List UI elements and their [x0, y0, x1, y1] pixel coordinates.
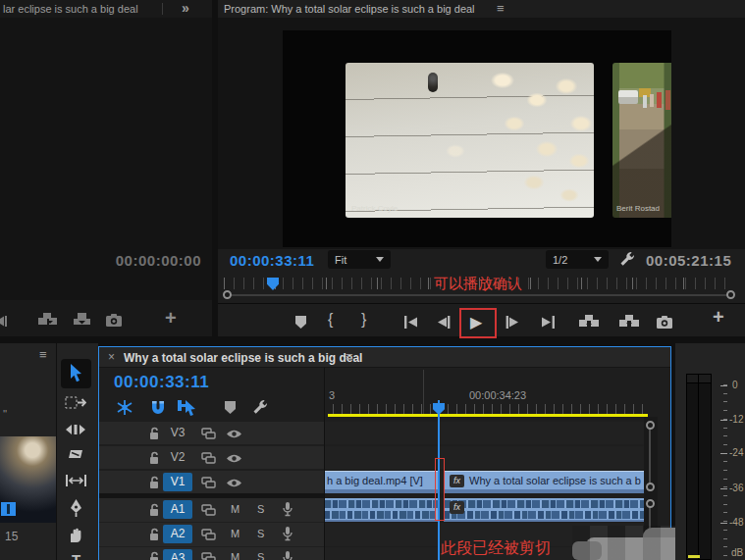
- chevron-down-icon: [594, 257, 602, 262]
- type-tool[interactable]: T: [72, 551, 80, 560]
- snap-magnet-icon[interactable]: [149, 399, 167, 416]
- track-lock-icon[interactable]: [148, 551, 160, 560]
- go-to-out-icon[interactable]: [0, 315, 10, 328]
- program-current-timecode[interactable]: 00:00:33:11: [230, 252, 314, 269]
- track-badge-a3[interactable]: A3: [163, 549, 192, 560]
- program-tab[interactable]: Program: Why a total solar eclipse is su…: [224, 3, 475, 15]
- timeline-settings-wrench-icon[interactable]: [251, 398, 269, 416]
- timeline-marker-icon[interactable]: [224, 400, 237, 415]
- hand-tool[interactable]: [68, 526, 84, 543]
- pen-tool[interactable]: [68, 498, 84, 517]
- track-sync-lock-icon[interactable]: [201, 503, 216, 517]
- annotation-cut-segment: 此段已经被剪切: [441, 538, 551, 559]
- meter-scale-label: 0: [732, 380, 738, 390]
- add-button[interactable]: +: [713, 306, 724, 329]
- scrollbar-handle[interactable]: [646, 499, 655, 508]
- program-menu-icon[interactable]: ≡: [497, 1, 505, 16]
- playback-resolution-dropdown[interactable]: 1/2: [546, 250, 609, 269]
- work-area-bar[interactable]: [328, 414, 648, 417]
- fx-badge: fx: [450, 501, 464, 514]
- track-badge-a1[interactable]: A1: [163, 500, 192, 519]
- program-scrollbar[interactable]: [228, 294, 730, 296]
- ripple-edit-tool[interactable]: [65, 423, 86, 436]
- voiceover-mic-icon[interactable]: [282, 526, 293, 542]
- slip-tool[interactable]: [65, 474, 87, 487]
- meter-columns[interactable]: [686, 383, 712, 560]
- track-sync-lock-icon[interactable]: [201, 451, 216, 465]
- go-to-in-icon[interactable]: [402, 316, 420, 329]
- project-item-label: 15: [5, 530, 18, 543]
- timeline-tab-close-icon[interactable]: ×: [108, 350, 115, 364]
- track-visibility-eye-icon[interactable]: [226, 453, 242, 464]
- track-content-v2[interactable]: [325, 446, 644, 469]
- track-sync-lock-icon[interactable]: [201, 476, 216, 489]
- add-button[interactable]: +: [165, 307, 177, 330]
- overwrite-icon[interactable]: [72, 312, 93, 329]
- track-sync-lock-icon[interactable]: [201, 551, 216, 560]
- extract-icon[interactable]: [618, 314, 640, 331]
- meter-clip-indicators: [686, 374, 712, 383]
- insert-icon[interactable]: [37, 312, 59, 329]
- go-to-out-icon[interactable]: [539, 316, 557, 329]
- scrollbar-handle[interactable]: [646, 483, 655, 491]
- audio-clip-left[interactable]: [325, 498, 438, 522]
- source-tab[interactable]: lar eclipse is such a big deal: [3, 3, 138, 15]
- solo-button[interactable]: S: [257, 528, 264, 539]
- export-frame-icon[interactable]: [105, 313, 123, 328]
- voiceover-mic-icon[interactable]: [282, 550, 293, 560]
- track-lock-icon[interactable]: [148, 503, 160, 517]
- track-visibility-eye-icon[interactable]: [226, 478, 242, 488]
- audio-clip-right[interactable]: fx: [444, 498, 644, 522]
- selection-tool[interactable]: [68, 363, 84, 384]
- timeline-tab[interactable]: Why a total solar eclipse is such a big …: [124, 351, 362, 365]
- track-lock-icon[interactable]: [148, 528, 160, 541]
- mute-button[interactable]: M: [231, 551, 239, 560]
- track-select-forward-tool[interactable]: [65, 396, 86, 411]
- project-menu-icon[interactable]: ≡: [39, 347, 47, 362]
- solo-button[interactable]: S: [257, 551, 264, 560]
- track-lock-icon[interactable]: [148, 451, 160, 465]
- program-duration-timecode: 00:05:21:15: [646, 252, 731, 269]
- video-clip-right[interactable]: fx Why a total solar eclipse is such a b: [444, 471, 644, 493]
- meter-major-tick: [720, 453, 727, 454]
- mute-button[interactable]: M: [231, 503, 239, 515]
- insert-snap-icon[interactable]: [116, 399, 133, 416]
- video-clip-left[interactable]: h a big deal.mp4 [V]: [325, 471, 438, 493]
- track-content-v3[interactable]: [325, 422, 644, 444]
- track-lock-icon[interactable]: [148, 427, 160, 440]
- annotation-play-confirm: 可以播放确认: [434, 275, 522, 293]
- track-sync-lock-icon[interactable]: [201, 528, 216, 541]
- timeline-ruler-ticks[interactable]: [324, 404, 644, 414]
- solo-button[interactable]: S: [257, 503, 264, 515]
- track-badge-v2[interactable]: V2: [163, 448, 192, 467]
- track-badge-v3[interactable]: V3: [163, 424, 192, 442]
- track-badge-v1[interactable]: V1: [163, 473, 192, 491]
- step-back-icon[interactable]: [436, 316, 452, 329]
- track-lock-icon[interactable]: [148, 476, 160, 489]
- panel-overflow-icon[interactable]: »: [182, 0, 189, 16]
- mute-button[interactable]: M: [231, 528, 239, 539]
- timeline-menu-icon[interactable]: ≡: [346, 349, 353, 364]
- export-frame-icon[interactable]: [656, 315, 673, 330]
- settings-wrench-icon[interactable]: [618, 250, 636, 268]
- video-tracks-scrollbar[interactable]: [649, 426, 651, 484]
- track-sync-lock-icon[interactable]: [201, 427, 216, 440]
- scrollbar-handle-left[interactable]: [223, 290, 232, 299]
- play-button[interactable]: ▶: [470, 313, 482, 331]
- lift-icon[interactable]: [578, 314, 600, 331]
- add-marker-icon[interactable]: [294, 315, 307, 330]
- step-forward-icon[interactable]: [505, 316, 520, 329]
- track-visibility-eye-icon[interactable]: [226, 429, 242, 439]
- razor-tool[interactable]: [66, 447, 85, 463]
- scrollbar-handle[interactable]: [646, 421, 655, 430]
- voiceover-mic-icon[interactable]: [282, 501, 293, 518]
- meter-major-tick: [720, 385, 727, 386]
- zoom-level-dropdown[interactable]: Fit: [328, 250, 391, 269]
- track-badge-a2[interactable]: A2: [163, 525, 192, 543]
- scrollbar-handle-right[interactable]: [726, 290, 735, 299]
- mark-out-button[interactable]: }: [361, 311, 366, 329]
- timeline-timecode[interactable]: 00:00:33:11: [114, 373, 209, 392]
- mark-in-button[interactable]: {: [328, 311, 333, 329]
- clip-label: Why a total solar eclipse is such a b: [469, 475, 641, 486]
- linked-selection-icon[interactable]: [177, 398, 196, 416]
